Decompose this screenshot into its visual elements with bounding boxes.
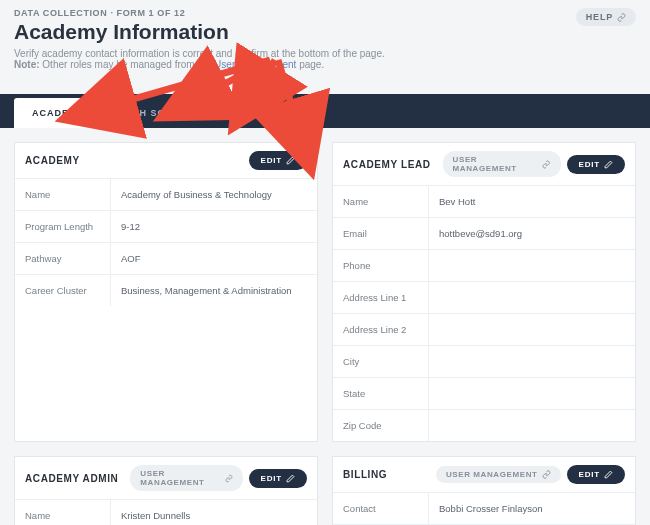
edit-admin-button[interactable]: EDIT — [249, 469, 307, 488]
row-label: Address Line 2 — [333, 314, 428, 345]
row-value — [428, 282, 635, 313]
row-value: Business, Management & Administration — [110, 275, 317, 306]
card-academy: ACADEMY EDIT Name Academy of Business & … — [14, 142, 318, 442]
row-value: Bobbi Crosser Finlayson — [428, 493, 635, 524]
table-row: Program Length 9-12 — [15, 210, 317, 242]
pill-label: USER MANAGEMENT — [140, 469, 220, 487]
row-label: Pathway — [15, 243, 110, 274]
user-management-link[interactable]: User Management — [214, 59, 296, 70]
row-label: Name — [15, 179, 110, 210]
card-academy-title: ACADEMY — [25, 155, 80, 166]
row-value — [428, 314, 635, 345]
row-value: AOF — [110, 243, 317, 274]
link-icon — [542, 160, 550, 169]
row-value: hottbeve@sd91.org — [428, 218, 635, 249]
row-value — [428, 378, 635, 409]
card-admin-title: ACADEMY ADMIN — [25, 473, 118, 484]
table-row: Phone — [333, 249, 635, 281]
link-icon — [617, 13, 626, 22]
table-row: Zip Code — [333, 409, 635, 441]
row-value: Bev Hott — [428, 186, 635, 217]
row-label: Name — [333, 186, 428, 217]
page-header: DATA COLLECTION · FORM 1 OF 12 Academy I… — [0, 0, 650, 76]
edit-academy-button[interactable]: EDIT — [249, 151, 307, 170]
row-value: 9-12 — [110, 211, 317, 242]
card-lead-header: ACADEMY LEAD USER MANAGEMENT EDIT — [333, 143, 635, 185]
row-label: State — [333, 378, 428, 409]
edit-label: EDIT — [261, 474, 282, 483]
row-label: Address Line 1 — [333, 282, 428, 313]
subtitle-note: Other roles may be managed from the — [40, 59, 215, 70]
tab-academy[interactable]: ACADEMY — [14, 98, 103, 128]
content-area: ACADEMY EDIT Name Academy of Business & … — [0, 128, 650, 525]
pencil-icon — [604, 160, 613, 169]
row-label: Zip Code — [333, 410, 428, 441]
card-billing-title: BILLING — [343, 469, 387, 480]
edit-label: EDIT — [579, 470, 600, 479]
row-label: Email — [333, 218, 428, 249]
table-row: Career Cluster Business, Management & Ad… — [15, 274, 317, 306]
table-row: Address Line 2 — [333, 313, 635, 345]
table-row: City — [333, 345, 635, 377]
row-label: Phone — [333, 250, 428, 281]
tab-high-school[interactable]: HIGH SCHOOL — [103, 98, 214, 128]
page-title: Academy Information — [14, 20, 636, 44]
row-value: Academy of Business & Technology — [110, 179, 317, 210]
table-row: State — [333, 377, 635, 409]
row-label: Career Cluster — [15, 275, 110, 306]
subtitle-line1: Verify academy contact information is co… — [14, 48, 385, 59]
pencil-icon — [286, 156, 295, 165]
table-row: Name Academy of Business & Technology — [15, 178, 317, 210]
pill-label: USER MANAGEMENT — [453, 155, 539, 173]
card-billing-header: BILLING USER MANAGEMENT EDIT — [333, 457, 635, 492]
row-value — [428, 410, 635, 441]
card-academy-header: ACADEMY EDIT — [15, 143, 317, 178]
row-label: Program Length — [15, 211, 110, 242]
table-row: Pathway AOF — [15, 242, 317, 274]
edit-label: EDIT — [579, 160, 600, 169]
card-academy-lead: ACADEMY LEAD USER MANAGEMENT EDIT NameBe… — [332, 142, 636, 442]
subtitle-post: page. — [296, 59, 324, 70]
row-label: City — [333, 346, 428, 377]
table-row: NameBev Hott — [333, 185, 635, 217]
edit-billing-button[interactable]: EDIT — [567, 465, 625, 484]
user-management-pill[interactable]: USER MANAGEMENT — [436, 466, 561, 483]
row-value — [428, 250, 635, 281]
row-label: Name — [15, 500, 110, 525]
table-row: NameKristen Dunnells — [15, 499, 317, 525]
user-management-pill[interactable]: USER MANAGEMENT — [443, 151, 561, 177]
user-management-pill[interactable]: USER MANAGEMENT — [130, 465, 242, 491]
table-row: Address Line 1 — [333, 281, 635, 313]
link-icon — [225, 474, 233, 483]
row-value — [428, 346, 635, 377]
row-label: Contact — [333, 493, 428, 524]
subtitle-note-label: Note: — [14, 59, 40, 70]
table-row: ContactBobbi Crosser Finlayson — [333, 492, 635, 524]
edit-label: EDIT — [261, 156, 282, 165]
tab-district[interactable]: DISTRICT — [213, 98, 299, 128]
card-lead-title: ACADEMY LEAD — [343, 159, 431, 170]
breadcrumb: DATA COLLECTION · FORM 1 OF 12 — [14, 8, 636, 18]
row-value: Kristen Dunnells — [110, 500, 317, 525]
page-subtitle: Verify academy contact information is co… — [14, 48, 636, 70]
pill-label: USER MANAGEMENT — [446, 470, 538, 479]
tab-bar: ACADEMY HIGH SCHOOL DISTRICT — [0, 94, 650, 128]
help-button[interactable]: HELP — [576, 8, 636, 26]
card-academy-admin: ACADEMY ADMIN USER MANAGEMENT EDIT NameK… — [14, 456, 318, 525]
pencil-icon — [286, 474, 295, 483]
link-icon — [542, 470, 551, 479]
table-row: Emailhottbeve@sd91.org — [333, 217, 635, 249]
help-label: HELP — [586, 12, 613, 22]
pencil-icon — [604, 470, 613, 479]
edit-lead-button[interactable]: EDIT — [567, 155, 625, 174]
card-billing: BILLING USER MANAGEMENT EDIT ContactBobb… — [332, 456, 636, 525]
card-admin-header: ACADEMY ADMIN USER MANAGEMENT EDIT — [15, 457, 317, 499]
